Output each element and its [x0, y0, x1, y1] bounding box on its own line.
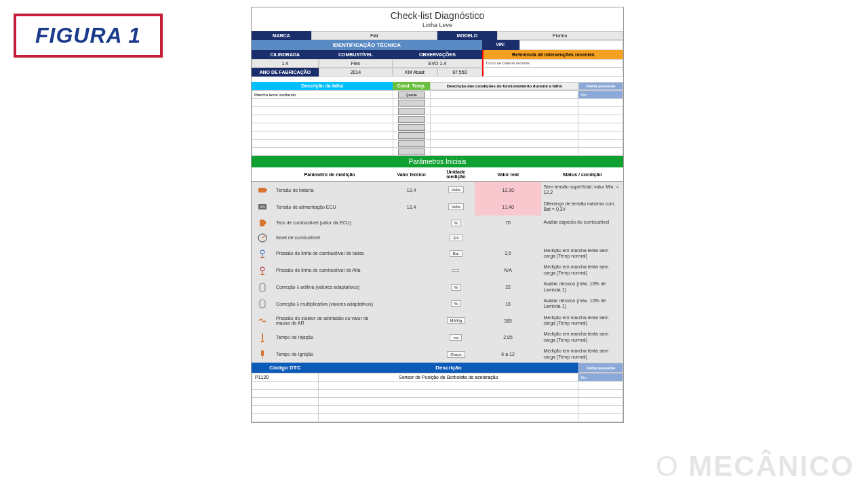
param-real: 2,85 [475, 329, 542, 346]
param-status: Medição em marcha lenta sem carga (Temp … [541, 262, 623, 279]
press-low-icon [252, 245, 274, 262]
cilindrada-value: 1.4 [252, 59, 319, 68]
param-teorico: 12,4 [385, 199, 437, 216]
param-teorico [385, 329, 437, 346]
param-name: Teor de combustível (valor da ECU) [274, 216, 385, 230]
watermark: O MECÂNICO [656, 450, 854, 483]
svg-marker-15 [260, 340, 264, 342]
svg-rect-3 [260, 205, 265, 208]
param-unidade: % [437, 296, 475, 312]
param-status: Medição em marcha lenta sem carga (Temp … [541, 245, 623, 262]
param-real: 11,40 [475, 199, 542, 216]
param-status [541, 230, 623, 245]
th-param: Parâmetro de medição [274, 167, 385, 182]
lambda-icon [252, 279, 274, 296]
ano-value: 2014 [319, 68, 393, 77]
param-teorico: 12,4 [385, 182, 437, 199]
lambda-icon [252, 296, 274, 312]
param-status: Avaliar desvios (máx. 10% de Lambda 1) [541, 279, 623, 296]
param-name: Tensão de bateria [274, 182, 385, 199]
param-teorico [385, 230, 437, 245]
svg-line-7 [262, 236, 265, 238]
figure-badge: FIGURA 1 [14, 14, 163, 58]
falha-presente-label: Falha presente [578, 82, 623, 90]
interv-label: Referência de intervenções recentes [482, 50, 623, 59]
marca-label: MARCA [252, 31, 311, 40]
falha-cond-label: Cond. Temp. [393, 82, 430, 90]
param-status: Avaliar aspecto do combustível [541, 216, 623, 230]
doc-subtitle: Linha Leve [252, 22, 623, 31]
dtc-header: Código DTC Descrição Falha presente [252, 363, 623, 373]
param-real: 70 [475, 216, 542, 230]
th-unidade: Unidade medição [437, 167, 475, 182]
ecu-icon [252, 199, 274, 216]
marca-modelo-row: MARCA Fiat MODELO Fiorino [252, 31, 623, 40]
battery-icon [252, 182, 274, 199]
param-real: 385 [475, 312, 542, 329]
svg-rect-14 [262, 333, 263, 340]
modelo-value: Fiorino [497, 31, 623, 40]
th-real: Valor real [475, 167, 542, 182]
cilindrada-label: CILINDRADA [252, 50, 319, 59]
param-status: Medição em marcha lenta sem carga (Temp … [541, 346, 623, 363]
ident-subheader: CILINDRADA COMBUSTÍVEL OBSERVAÇÕES Refer… [252, 50, 623, 59]
param-real: 22 [475, 279, 542, 296]
interv-value: Troca de bateria recente [482, 59, 623, 68]
param-status: Avaliar desvios (máx. 10% de Lambda 1) [541, 296, 623, 312]
param-name: Correção λ multiplicativa (valores adapt… [274, 296, 385, 312]
svg-point-8 [260, 250, 264, 254]
param-unidade: ms [437, 329, 475, 346]
falha-table: Marcha lenta oscilando Quente Sim [252, 90, 623, 156]
param-name: Tempo de Injeção [274, 329, 385, 346]
param-unidade: Bar [437, 245, 475, 262]
vin-value [519, 40, 623, 50]
th-teorico: Valor teórico [385, 167, 437, 182]
marca-value: Fiat [311, 31, 437, 40]
param-unidade: Volts [437, 199, 475, 216]
svg-rect-4 [260, 220, 264, 226]
param-unidade [437, 262, 475, 279]
pump-icon [252, 216, 274, 230]
ident-title: IDENTIFICAÇÃO TÉCNICA [252, 40, 482, 50]
combustivel-value: Flex [319, 59, 393, 68]
document: Check-list Diagnóstico Linha Leve MARCA … [251, 7, 624, 423]
param-status: Diferença de tensão máxima com Bat = 0,3… [541, 199, 623, 216]
ident-row2: ANO DE FABRICAÇÃO 2014 KM Atual: 97.550 [252, 68, 623, 77]
press-high-icon [252, 262, 274, 279]
param-real: 12,10 [475, 182, 542, 199]
ident-values: 1.4 Flex EVO 1.4 Troca de bateria recent… [252, 59, 623, 68]
dtc-table: P1120 Sensor de Posição de Borboleta de … [252, 373, 623, 422]
param-name: Pressão do coletor de admissão ou valor … [274, 312, 385, 329]
falha-cond2-label: Descrição das condições de funcionamento… [430, 82, 578, 90]
falha-header: Descrição da falha Cond. Temp. Descrição… [252, 82, 623, 90]
param-unidade: % [437, 279, 475, 296]
gauge-icon [252, 230, 274, 245]
ano-label: ANO DE FABRICAÇÃO [252, 68, 319, 77]
param-unidade: 3/4 [437, 230, 475, 245]
obs-value: EVO 1.4 [393, 59, 482, 68]
svg-rect-5 [264, 221, 266, 224]
param-real: N/A [475, 262, 542, 279]
maf-icon [252, 312, 274, 329]
param-real: 3,5 [475, 245, 542, 262]
km-value: 97.550 [437, 68, 482, 77]
dtc-presente-label: Falha presente [578, 363, 623, 373]
params-table: Parâmetro de medição Valor teórico Unida… [252, 167, 623, 363]
param-name: Nível de combustível [274, 230, 385, 245]
param-name: Tempo de Ignição [274, 346, 385, 363]
spark-icon [252, 346, 274, 363]
svg-point-11 [260, 267, 264, 271]
param-name: Correção λ aditiva (valores adaptativos) [274, 279, 385, 296]
param-real [475, 230, 542, 245]
svg-rect-0 [258, 188, 266, 192]
params-title: Parâmetros Iniciais [252, 156, 623, 167]
param-name: Pressão de linha de combustível de baixa [274, 245, 385, 262]
dtc-desc-label: Descrição [319, 363, 579, 373]
param-name: Tensão de alimentação ECU [274, 199, 385, 216]
obs-label: OBSERVAÇÕES [393, 50, 482, 59]
falha-desc-label: Descrição da falha [252, 82, 393, 90]
ident-header: IDENTIFICAÇÃO TÉCNICA VIN: [252, 40, 623, 50]
param-teorico [385, 216, 437, 230]
doc-title: Check-list Diagnóstico [252, 7, 623, 22]
param-teorico [385, 346, 437, 363]
